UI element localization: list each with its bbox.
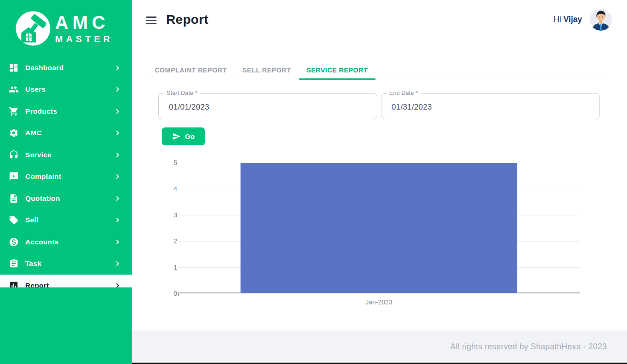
sidebar-item-label: Sell — [25, 216, 114, 224]
end-date-field: End Date * — [381, 93, 600, 119]
sidebar-item-amc[interactable]: AMC — [0, 122, 132, 144]
task-icon — [9, 259, 19, 269]
user-greeting: Hi Vijay — [554, 15, 582, 24]
x-axis-tick — [178, 293, 179, 296]
sidebar-item-label: Users — [25, 85, 114, 94]
avatar-illustration — [590, 9, 612, 31]
send-icon — [172, 132, 181, 141]
y-axis-tick-label: 5 — [171, 159, 177, 166]
x-axis-category-label: Jan-2023 — [365, 298, 392, 306]
gear-icon — [9, 128, 19, 138]
y-axis-tick-label: 2 — [171, 237, 177, 245]
headset-icon — [9, 150, 19, 160]
sidebar-item-service[interactable]: Service — [0, 144, 132, 166]
greeting-prefix: Hi — [554, 15, 561, 24]
sidebar-item-task[interactable]: Task — [0, 253, 132, 275]
page-title: Report — [166, 12, 208, 27]
footer: All rights reserved by ShapathHexa - 202… — [132, 331, 627, 363]
user-avatar[interactable] — [590, 9, 612, 31]
document-icon — [9, 193, 19, 204]
chevron-right-icon — [114, 239, 121, 245]
start-date-input[interactable] — [159, 94, 377, 119]
sidebar-item-label: AMC — [25, 129, 114, 137]
sidebar-item-quotation[interactable]: Quotation — [0, 188, 132, 210]
sidebar-item-label: Dashboard — [25, 64, 114, 72]
y-axis-tick-label: 3 — [171, 211, 177, 219]
sidebar-item-accounts[interactable]: Accounts — [0, 231, 132, 253]
tab-complaint-report[interactable]: COMPLAINT REPORT — [147, 61, 235, 79]
sidebar-item-products[interactable]: Products — [0, 100, 132, 122]
date-filter-form: Start Date * End Date * — [158, 93, 600, 119]
main-area: Report Hi Vijay COMPLAINT REPORTSELL REP… — [132, 0, 627, 364]
sidebar-item-dashboard[interactable]: Dashboard — [0, 57, 132, 79]
chevron-right-icon — [114, 260, 121, 267]
feedback-icon — [9, 171, 19, 182]
go-button[interactable]: Go — [162, 127, 205, 145]
go-button-label: Go — [185, 132, 195, 141]
tab-service-report[interactable]: SERVICE REPORT — [299, 61, 375, 79]
dollar-icon — [9, 237, 19, 247]
cart-icon — [9, 106, 19, 116]
brand-name: AMC MASTER — [55, 13, 113, 44]
tab-sell-report[interactable]: SELL REPORT — [235, 61, 299, 79]
brand-line2: MASTER — [55, 34, 113, 44]
hammer-house-logo-icon — [15, 10, 51, 47]
tag-icon — [9, 215, 19, 225]
sidebar-item-label: Quotation — [25, 194, 114, 203]
end-date-input[interactable] — [381, 94, 599, 119]
sidebar-item-label: Products — [25, 107, 114, 116]
dashboard-icon — [9, 63, 19, 73]
chevron-right-icon — [114, 65, 121, 71]
y-axis-tick-label: 0 — [171, 290, 177, 297]
chevron-right-icon — [114, 130, 121, 136]
chevron-right-icon — [114, 173, 121, 180]
sidebar-item-label: Accounts — [25, 238, 114, 246]
sidebar-item-label: Report — [25, 281, 114, 287]
chart-plot-area: 012345Jan-2023 — [178, 163, 580, 293]
sidebar-item-users[interactable]: Users — [0, 79, 132, 101]
y-axis-tick-label: 4 — [171, 185, 177, 193]
report-tabs: COMPLAINT REPORTSELL REPORTSERVICE REPOR… — [147, 61, 604, 79]
bar-jan-2023 — [241, 163, 518, 293]
chevron-right-icon — [114, 282, 121, 287]
report-icon — [9, 281, 19, 287]
sidebar-item-label: Service — [25, 151, 114, 159]
copyright-text: All rights reserved by ShapathHexa - 202… — [450, 342, 607, 352]
y-axis-tick-label: 1 — [171, 264, 177, 271]
user-name: Vijay — [563, 15, 582, 24]
brand-line1: AMC — [55, 13, 113, 32]
chevron-right-icon — [114, 152, 121, 158]
sidebar-item-label: Complaint — [25, 172, 114, 181]
sidebar-item-sell[interactable]: Sell — [0, 210, 132, 232]
sidebar-item-complaint[interactable]: Complaint — [0, 166, 132, 188]
sidebar-item-report[interactable]: Report — [0, 275, 132, 287]
start-date-field: Start Date * — [158, 93, 377, 119]
chevron-right-icon — [114, 86, 121, 93]
service-report-bar-chart: 012345Jan-2023 — [171, 159, 584, 310]
chevron-right-icon — [114, 217, 121, 223]
sidebar-menu: DashboardUsersProductsAMCServiceComplain… — [0, 57, 132, 287]
chevron-right-icon — [114, 108, 121, 115]
sidebar: AMC MASTER DashboardUsersProductsAMCServ… — [0, 0, 132, 364]
sidebar-item-label: Task — [25, 259, 114, 268]
users-icon — [9, 84, 19, 94]
brand-logo[interactable]: AMC MASTER — [0, 0, 132, 57]
chevron-right-icon — [114, 195, 121, 202]
menu-toggle-hamburger-icon[interactable] — [146, 17, 157, 24]
